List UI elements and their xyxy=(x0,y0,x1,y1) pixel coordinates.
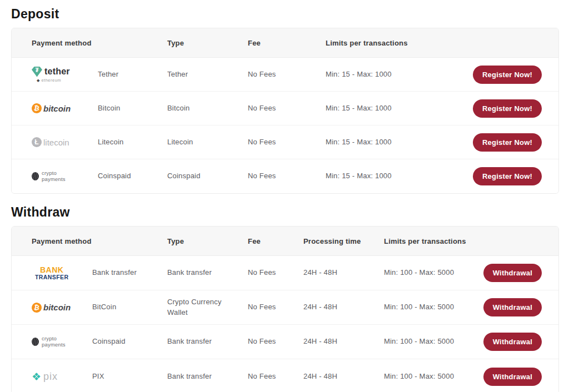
coinspaid-logo-line1: crypto xyxy=(42,170,66,177)
bitcoin-coin-icon: ₿ xyxy=(31,103,43,114)
table-row: ₿ bitcoin Bitcoin Bitcoin No Fees Min: 1… xyxy=(12,92,558,125)
tether-logo: ₮ tether ◆ ethereum xyxy=(32,67,98,83)
col-header-processing-time: Processing time xyxy=(303,237,384,245)
table-row: crypto payments Coinspaid Bank transfer … xyxy=(12,325,558,359)
processing-time: 24H - 48H xyxy=(303,336,384,347)
coinspaid-logo-line2: payments xyxy=(42,177,66,183)
payment-method-name: Coinspaid xyxy=(92,336,167,347)
deposit-section-title: Deposit xyxy=(11,7,559,22)
table-row: crypto payments Coinspaid Coinspaid No F… xyxy=(12,159,558,193)
withdrawal-button[interactable]: Withdrawal xyxy=(483,264,542,282)
register-now-button[interactable]: Register Now! xyxy=(473,66,542,84)
deposit-table-header: Payment method Type Fee Limits per trans… xyxy=(12,28,558,58)
processing-time: 24H - 48H xyxy=(303,371,384,382)
payment-fee: No Fees xyxy=(248,103,326,114)
withdraw-section-title: Withdraw xyxy=(11,205,559,220)
col-header-payment-method: Payment method xyxy=(32,39,167,47)
coinspaid-logo-text: crypto payments xyxy=(42,336,66,348)
payment-limits: Min: 15 - Max: 1000 xyxy=(326,69,470,80)
payment-type: Bank transfer xyxy=(167,371,248,382)
col-header-type: Type xyxy=(167,39,248,47)
deposit-table: Payment method Type Fee Limits per trans… xyxy=(11,28,559,194)
register-now-button[interactable]: Register Now! xyxy=(473,99,542,118)
bank-transfer-logo: BANK TRANSFER xyxy=(32,266,92,280)
payment-limits: Min: 100 - Max: 5000 xyxy=(384,302,475,313)
payment-type: Bitcoin xyxy=(167,103,248,114)
bank-logo-line1: BANK xyxy=(40,266,63,274)
coinspaid-logo-text: crypto payments xyxy=(42,170,66,183)
payment-limits: Min: 15 - Max: 1000 xyxy=(326,171,470,182)
col-header-payment-method: Payment method xyxy=(32,237,167,245)
bank-logo-line2: TRANSFER xyxy=(35,274,68,280)
ethereum-label: ethereum xyxy=(41,78,61,83)
col-header-fee: Fee xyxy=(248,237,303,245)
payment-fee: No Fees xyxy=(248,137,326,148)
table-row: ❖ pix PIX Bank transfer No Fees 24H - 48… xyxy=(12,359,558,392)
litecoin-logo: Ł litecoin xyxy=(32,137,98,147)
payment-type: Crypto Currency Wallet xyxy=(167,297,248,318)
payment-method-name: Bank transfer xyxy=(92,268,167,278)
payment-type: Bank transfer xyxy=(167,268,248,278)
payment-type: Litecoin xyxy=(167,137,248,148)
col-header-limits: Limits per transactions xyxy=(384,237,475,245)
withdrawal-button[interactable]: Withdrawal xyxy=(483,333,542,351)
processing-time: 24H - 48H xyxy=(303,268,384,278)
litecoin-logo-text: litecoin xyxy=(43,138,69,147)
pix-diamond-icon: ❖ xyxy=(32,371,41,382)
payment-fee: No Fees xyxy=(248,371,303,382)
payment-fee: No Fees xyxy=(248,336,303,347)
table-row: BANK TRANSFER Bank transfer Bank transfe… xyxy=(12,256,558,290)
payment-fee: No Fees xyxy=(248,302,303,313)
payment-method-name: Litecoin xyxy=(98,137,167,148)
table-row: ₮ tether ◆ ethereum Tether Tether No Fee… xyxy=(12,58,558,92)
withdraw-table-header: Payment method Type Fee Processing time … xyxy=(12,227,558,256)
payment-limits: Min: 15 - Max: 1000 xyxy=(326,103,470,114)
payment-limits: Min: 100 - Max: 5000 xyxy=(384,268,475,278)
payment-method-name: Coinspaid xyxy=(98,171,167,182)
withdrawal-button[interactable]: Withdrawal xyxy=(483,368,542,386)
register-now-button[interactable]: Register Now! xyxy=(473,167,542,185)
pix-logo: ❖ pix xyxy=(32,371,92,383)
coinspaid-logo-line2: payments xyxy=(42,342,66,348)
payment-type: Coinspaid xyxy=(167,171,248,182)
processing-time: 24H - 48H xyxy=(303,302,384,313)
bitcoin-logo: ₿ bitcoin xyxy=(32,103,98,113)
bitcoin-coin-icon: ₿ xyxy=(31,301,43,313)
table-row: ₿ bitcoin BitCoin Crypto Currency Wallet… xyxy=(12,290,558,325)
payment-method-name: Bitcoin xyxy=(98,103,167,114)
withdraw-table: Payment method Type Fee Processing time … xyxy=(11,226,559,392)
payment-method-name: Tether xyxy=(98,69,167,80)
col-header-type: Type xyxy=(167,237,248,245)
payment-method-name: PIX xyxy=(92,371,167,382)
crypto-payments-sphere-icon xyxy=(32,172,39,180)
bitcoin-logo: ₿ bitcoin xyxy=(32,303,92,313)
withdrawal-button[interactable]: Withdrawal xyxy=(483,298,542,316)
table-row: Ł litecoin Litecoin Litecoin No Fees Min… xyxy=(12,125,558,159)
payment-fee: No Fees xyxy=(248,268,303,278)
tether-logo-sub: ◆ ethereum xyxy=(37,78,61,83)
payment-method-name: BitCoin xyxy=(92,302,167,313)
tether-gem-icon: ₮ xyxy=(32,67,42,77)
coinspaid-logo: crypto payments xyxy=(32,170,98,183)
payment-limits: Min: 100 - Max: 5000 xyxy=(384,371,475,382)
payment-fee: No Fees xyxy=(248,171,326,182)
payment-type: Tether xyxy=(167,69,248,80)
register-now-button[interactable]: Register Now! xyxy=(473,133,542,152)
bank-transfer-logo-text: BANK TRANSFER xyxy=(35,266,68,280)
payment-type: Bank transfer xyxy=(167,336,248,347)
col-header-limits: Limits per transactions xyxy=(326,39,470,47)
litecoin-coin-icon: Ł xyxy=(32,137,42,147)
payments-page: Deposit Payment method Type Fee Limits p… xyxy=(0,0,569,392)
tether-logo-text: tether xyxy=(44,67,70,77)
payment-fee: No Fees xyxy=(248,69,326,80)
ethereum-icon: ◆ xyxy=(37,78,39,82)
payment-limits: Min: 15 - Max: 1000 xyxy=(326,137,470,148)
pix-logo-text: pix xyxy=(43,371,58,383)
bitcoin-logo-text: bitcoin xyxy=(43,303,71,312)
col-header-fee: Fee xyxy=(248,39,326,47)
tether-logo-main: ₮ tether xyxy=(32,67,70,77)
coinspaid-logo-line1: crypto xyxy=(42,336,66,342)
coinspaid-logo: crypto payments xyxy=(32,336,92,348)
payment-limits: Min: 100 - Max: 5000 xyxy=(384,336,475,347)
crypto-payments-sphere-icon xyxy=(32,338,39,346)
